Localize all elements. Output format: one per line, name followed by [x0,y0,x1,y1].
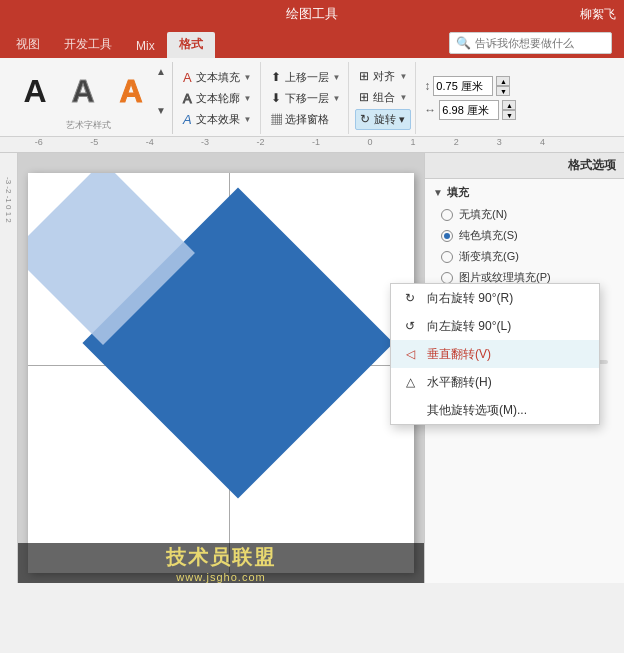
rotate-right-icon: ↻ [401,289,419,307]
text-outline-btn[interactable]: A 文本轮廓 ▼ [179,89,256,108]
text-outline-icon: A [183,91,192,106]
no-fill-radio[interactable] [441,209,453,221]
ruler-mark-0: 0 [367,137,372,147]
size-height-row: ↕ ▲ ▼ [424,76,516,96]
solid-fill-option[interactable]: 纯色填充(S) [425,225,624,246]
move-down-arrow[interactable]: ▼ [333,94,341,103]
width-icon: ↔ [424,103,436,117]
panel-header: 格式选项 [425,153,624,179]
rotate-left-item[interactable]: ↺ 向左旋转 90°(L) [391,312,599,340]
width-input[interactable] [439,100,499,120]
gradient-fill-radio[interactable] [441,251,453,263]
fill-section-label: 填充 [447,185,469,200]
rotate-label: 旋转 ▾ [374,112,405,127]
flip-horizontal-label: 水平翻转(H) [427,374,492,391]
art-text-row: A A A ▲ ▼ [12,64,166,118]
move-up-label: 上移一层 [285,70,329,85]
title-bar: 绘图工具 柳絮飞 [0,0,624,28]
text-effect-btn[interactable]: A 文本效果 ▼ [179,110,256,129]
move-up-icon: ⬆ [271,70,281,84]
rotate-icon: ↻ [360,112,370,126]
select-grid-btn[interactable]: ▦ 选择窗格 [267,110,345,129]
ruler-mark-2: -2 [257,137,265,147]
drawing-tools-label: 绘图工具 [286,5,338,23]
text-fill-arrow[interactable]: ▼ [244,73,252,82]
ruler-mark-1: -1 [312,137,320,147]
art-text-style-group: A A A ▲ ▼ 艺术字样式 [6,62,173,134]
text-effect-icon: A [183,112,192,127]
flip-vertical-label: 垂直翻转(V) [427,346,491,363]
text-outline-arrow[interactable]: ▼ [244,94,252,103]
gradient-fill-option[interactable]: 渐变填充(G) [425,246,624,267]
height-spin-down[interactable]: ▼ [496,86,510,96]
picture-fill-radio[interactable] [441,272,453,284]
ruler-mark-3: 3 [497,137,502,147]
text-fill-icon: A [183,70,192,85]
more-rotate-item[interactable]: 其他旋转选项(M)... [391,396,599,424]
height-icon: ↕ [424,79,430,93]
watermark: 技术员联盟 www.jsgho.com [18,543,424,583]
art-letter-outline[interactable]: A [60,64,106,118]
ruler-mark-4: 4 [540,137,545,147]
ruler-mark-6: -6 [35,137,43,147]
art-letter-black[interactable]: A [12,64,58,118]
fill-section-title[interactable]: ▼ 填充 [425,179,624,204]
move-down-btn[interactable]: ⬇ 下移一层 ▼ [267,89,345,108]
art-dropdown[interactable]: ▼ [156,105,166,116]
art-letter-orange[interactable]: A [108,64,154,118]
move-up-btn[interactable]: ⬆ 上移一层 ▼ [267,68,345,87]
solid-fill-radio[interactable] [441,230,453,242]
tab-dev[interactable]: 开发工具 [52,32,124,58]
align-btn[interactable]: ⊞ 对齐 ▼ [355,67,411,86]
move-down-label: 下移一层 [285,91,329,106]
align-arrow[interactable]: ▼ [399,72,407,81]
text-fill-btn[interactable]: A 文本填充 ▼ [179,68,256,87]
group-arrow[interactable]: ▼ [399,93,407,102]
text-effect-arrow[interactable]: ▼ [244,115,252,124]
tab-format[interactable]: 格式 [167,32,215,58]
align-label: 对齐 [373,69,395,84]
text-effect-label: 文本效果 [196,112,240,127]
size-group: ↕ ▲ ▼ ↔ ▲ ▼ [418,62,522,134]
watermark-main: 技术员联盟 [166,544,276,571]
width-spin-up[interactable]: ▲ [502,100,516,110]
move-up-arrow[interactable]: ▼ [333,73,341,82]
more-rotate-label: 其他旋转选项(M)... [427,402,527,419]
group-btn[interactable]: ⊞ 组合 ▼ [355,88,411,107]
solid-fill-label: 纯色填充(S) [459,228,518,243]
ribbon-content: A A A ▲ ▼ 艺术字样式 A 文本填充 ▼ A 文本轮廓 ▼ A 文本效果… [0,58,624,137]
rotate-left-icon: ↺ [401,317,419,335]
tab-bar: 视图 开发工具 Mix 格式 🔍 [0,28,624,58]
art-more-up[interactable]: ▲ [156,66,166,77]
ruler-mark-1: 1 [411,137,416,147]
group-icon: ⊞ [359,90,369,104]
height-input[interactable] [433,76,493,96]
text-outline-label: 文本轮廓 [196,91,240,106]
flip-horizontal-item[interactable]: △ 水平翻转(H) [391,368,599,396]
tab-view[interactable]: 视图 [4,32,52,58]
slide-canvas [28,173,414,573]
arrange-group: ⊞ 对齐 ▼ ⊞ 组合 ▼ ↻ 旋转 ▾ [351,62,416,134]
watermark-sub: www.jsgho.com [176,571,265,583]
canvas-area[interactable]: 技术员联盟 www.jsgho.com [18,153,424,583]
flip-vertical-item[interactable]: ◁ 垂直翻转(V) [391,340,599,368]
more-rotate-icon [401,401,419,419]
width-spin-down[interactable]: ▼ [502,110,516,120]
rotate-right-item[interactable]: ↻ 向右旋转 90°(R) [391,284,599,312]
select-grid-label: ▦ 选择窗格 [271,112,329,127]
dropdown-menu: ↻ 向右旋转 90°(R) ↺ 向左旋转 90°(L) ◁ 垂直翻转(V) △ … [390,283,600,425]
rotate-btn[interactable]: ↻ 旋转 ▾ [355,109,411,130]
no-fill-option[interactable]: 无填充(N) [425,204,624,225]
height-spin-up[interactable]: ▲ [496,76,510,86]
fill-collapse-icon: ▼ [433,187,443,198]
flip-vertical-icon: ◁ [401,345,419,363]
search-input[interactable] [475,37,605,49]
move-down-icon: ⬇ [271,91,281,105]
gradient-fill-label: 渐变填充(G) [459,249,519,264]
no-fill-label: 无填充(N) [459,207,507,222]
ruler-marks: -6 -5 -4 -3 -2 -1 0 1 2 3 4 [4,137,620,152]
art-text-label: 艺术字样式 [12,119,166,132]
group-label: 组合 [373,90,395,105]
search-bar[interactable]: 🔍 [449,32,612,54]
tab-mix[interactable]: Mix [124,35,167,58]
